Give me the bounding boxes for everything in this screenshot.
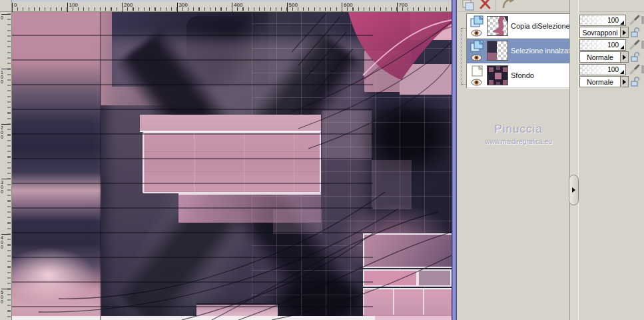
brush-link-icon[interactable] xyxy=(629,64,641,76)
canvas-artwork[interactable] xyxy=(12,12,452,320)
watermark: Pinuccia www.maidiregrafica.eu xyxy=(464,123,573,145)
watermark-name: Pinuccia xyxy=(464,123,573,136)
layer-name: Selezione innalzata xyxy=(511,47,571,55)
ruler-tick-label: 600 xyxy=(342,2,352,8)
chevron-right-icon xyxy=(623,30,626,35)
art-region xyxy=(418,269,452,287)
ruler-tick-label: 700 xyxy=(397,2,408,8)
blend-mode-dropdown-button[interactable] xyxy=(621,27,629,38)
ruler-tick-label: 300 xyxy=(177,2,188,8)
layer-name: Copia diSelezione inna xyxy=(511,22,571,30)
brush-link-icon[interactable] xyxy=(629,39,641,51)
layer-row-copia[interactable]: Copia diSelezione inna xyxy=(467,14,571,39)
art-region xyxy=(375,316,452,320)
vertical-ruler[interactable]: 0 100 200 300 400 500 xyxy=(0,12,12,320)
background-layer-icon xyxy=(470,65,485,79)
ruler-tick-label: 0 xyxy=(1,14,5,20)
opacity-slider[interactable]: 100 xyxy=(579,64,626,75)
blend-mode-select[interactable]: Sovrapponi xyxy=(579,27,621,38)
ruler-corner xyxy=(0,0,12,12)
opacity-slider[interactable]: 100 xyxy=(579,15,626,26)
psp-application-window: 0 100 200 300 400 500 600 700 0 100 200 … xyxy=(0,0,644,320)
layer-row-selezione[interactable]: Selezione innalzata xyxy=(467,39,571,63)
art-region xyxy=(363,233,452,268)
palette-splitter[interactable] xyxy=(569,0,579,320)
art-region xyxy=(143,132,321,193)
ruler-tick-label: 400 xyxy=(232,2,242,8)
slider-handle-icon[interactable] xyxy=(620,45,624,49)
chevron-right-icon xyxy=(623,55,626,60)
layer-properties-column: 100 Sovrapponi 100 Normale xyxy=(579,0,644,320)
ruler-tick-label: 500 xyxy=(1,289,5,304)
layer-row-sfondo[interactable]: Sfondo xyxy=(467,63,571,88)
ruler-tick-label: 200 xyxy=(1,124,5,139)
art-region xyxy=(12,316,375,320)
edit-selection-icon[interactable] xyxy=(501,0,515,11)
unlocked-padlock-icon[interactable] xyxy=(630,27,641,39)
visibility-eye-icon[interactable] xyxy=(471,29,482,38)
chevron-right-icon xyxy=(623,79,626,85)
slider-handle-icon[interactable] xyxy=(620,70,624,74)
ruler-tick-label: 0 xyxy=(12,2,17,8)
ruler-tick-label: 300 xyxy=(1,179,5,194)
slider-handle-icon[interactable] xyxy=(620,21,624,25)
unlocked-padlock-icon[interactable] xyxy=(630,51,641,64)
layer-thumbnail[interactable] xyxy=(487,65,508,85)
brush-link-icon[interactable] xyxy=(629,15,641,27)
raster-layer-icon xyxy=(470,40,485,55)
clipped-icon xyxy=(641,16,644,24)
visibility-eye-icon[interactable] xyxy=(471,54,482,63)
ruler-tick-label: 100 xyxy=(1,69,5,84)
layer-group-bracket xyxy=(461,28,466,85)
art-region xyxy=(140,115,321,132)
art-region xyxy=(363,288,452,315)
layer-thumbnail[interactable] xyxy=(487,41,508,61)
clipped-icon xyxy=(641,41,644,49)
new-layer-icon[interactable] xyxy=(461,0,476,11)
ruler-tick-label: 400 xyxy=(1,234,5,249)
ruler-tick-label: 500 xyxy=(287,2,298,8)
layers-palette: Copia diSelezione inna Selezione innalza… xyxy=(457,0,644,320)
layer-thumbnail[interactable] xyxy=(487,16,508,36)
blend-mode-select[interactable]: Normale xyxy=(579,51,621,63)
window-border xyxy=(452,0,457,320)
chevron-right-icon xyxy=(572,187,575,193)
toolbar-separator xyxy=(495,0,496,11)
delete-layer-icon[interactable] xyxy=(478,0,493,11)
layers-list: Copia diSelezione inna Selezione innalza… xyxy=(466,13,571,89)
art-region xyxy=(363,269,418,287)
opacity-slider[interactable]: 100 xyxy=(579,39,626,51)
visibility-eye-icon[interactable] xyxy=(471,79,482,87)
clipped-icon xyxy=(641,65,644,73)
blend-mode-dropdown-button[interactable] xyxy=(621,51,629,63)
blend-mode-dropdown-button[interactable] xyxy=(621,76,629,87)
layer-name: Sfondo xyxy=(511,71,534,79)
splitter-handle[interactable] xyxy=(569,175,579,205)
ruler-tick-label: 100 xyxy=(67,2,78,8)
art-region xyxy=(178,193,321,223)
ruler-tick-label: 200 xyxy=(122,2,133,8)
blend-mode-select[interactable]: Normale xyxy=(579,76,621,87)
raster-layer-icon xyxy=(470,15,485,30)
watermark-site: www.maidiregrafica.eu xyxy=(464,138,573,145)
horizontal-ruler[interactable]: 0 100 200 300 400 500 600 700 xyxy=(12,0,452,12)
unlocked-padlock-icon[interactable] xyxy=(630,76,641,89)
